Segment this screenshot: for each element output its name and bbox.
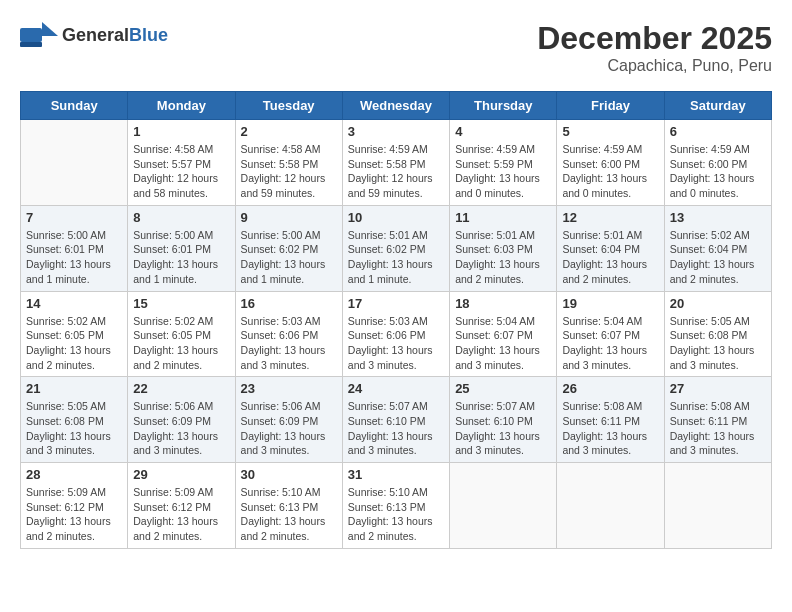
day-number: 21 xyxy=(26,381,122,396)
day-info: Sunrise: 5:09 AMSunset: 6:12 PMDaylight:… xyxy=(133,485,229,544)
day-number: 19 xyxy=(562,296,658,311)
table-row: 21Sunrise: 5:05 AMSunset: 6:08 PMDayligh… xyxy=(21,377,128,463)
day-number: 10 xyxy=(348,210,444,225)
table-row: 22Sunrise: 5:06 AMSunset: 6:09 PMDayligh… xyxy=(128,377,235,463)
day-number: 9 xyxy=(241,210,337,225)
day-info: Sunrise: 5:00 AMSunset: 6:02 PMDaylight:… xyxy=(241,228,337,287)
day-number: 14 xyxy=(26,296,122,311)
day-number: 13 xyxy=(670,210,766,225)
svg-marker-1 xyxy=(42,22,58,36)
day-number: 15 xyxy=(133,296,229,311)
calendar-header-row: Sunday Monday Tuesday Wednesday Thursday… xyxy=(21,92,772,120)
day-number: 6 xyxy=(670,124,766,139)
table-row: 23Sunrise: 5:06 AMSunset: 6:09 PMDayligh… xyxy=(235,377,342,463)
table-row: 4Sunrise: 4:59 AMSunset: 5:59 PMDaylight… xyxy=(450,120,557,206)
table-row: 26Sunrise: 5:08 AMSunset: 6:11 PMDayligh… xyxy=(557,377,664,463)
day-info: Sunrise: 5:02 AMSunset: 6:05 PMDaylight:… xyxy=(133,314,229,373)
table-row: 31Sunrise: 5:10 AMSunset: 6:13 PMDayligh… xyxy=(342,463,449,549)
table-row: 24Sunrise: 5:07 AMSunset: 6:10 PMDayligh… xyxy=(342,377,449,463)
table-row xyxy=(450,463,557,549)
day-info: Sunrise: 5:08 AMSunset: 6:11 PMDaylight:… xyxy=(670,399,766,458)
day-info: Sunrise: 5:07 AMSunset: 6:10 PMDaylight:… xyxy=(348,399,444,458)
day-info: Sunrise: 4:59 AMSunset: 5:58 PMDaylight:… xyxy=(348,142,444,201)
table-row: 16Sunrise: 5:03 AMSunset: 6:06 PMDayligh… xyxy=(235,291,342,377)
day-number: 5 xyxy=(562,124,658,139)
day-info: Sunrise: 5:08 AMSunset: 6:11 PMDaylight:… xyxy=(562,399,658,458)
day-info: Sunrise: 5:05 AMSunset: 6:08 PMDaylight:… xyxy=(26,399,122,458)
day-info: Sunrise: 5:01 AMSunset: 6:04 PMDaylight:… xyxy=(562,228,658,287)
page-header: GeneralBlue December 2025 Capachica, Pun… xyxy=(20,20,772,75)
table-row: 8Sunrise: 5:00 AMSunset: 6:01 PMDaylight… xyxy=(128,205,235,291)
logo: GeneralBlue xyxy=(20,20,168,52)
svg-rect-0 xyxy=(20,28,42,42)
logo-icon xyxy=(20,20,58,52)
month-title: December 2025 xyxy=(537,20,772,57)
day-number: 18 xyxy=(455,296,551,311)
table-row: 19Sunrise: 5:04 AMSunset: 6:07 PMDayligh… xyxy=(557,291,664,377)
table-row: 5Sunrise: 4:59 AMSunset: 6:00 PMDaylight… xyxy=(557,120,664,206)
table-row: 29Sunrise: 5:09 AMSunset: 6:12 PMDayligh… xyxy=(128,463,235,549)
calendar-week-row: 7Sunrise: 5:00 AMSunset: 6:01 PMDaylight… xyxy=(21,205,772,291)
table-row: 27Sunrise: 5:08 AMSunset: 6:11 PMDayligh… xyxy=(664,377,771,463)
day-number: 23 xyxy=(241,381,337,396)
day-number: 4 xyxy=(455,124,551,139)
day-number: 3 xyxy=(348,124,444,139)
day-info: Sunrise: 5:04 AMSunset: 6:07 PMDaylight:… xyxy=(455,314,551,373)
table-row: 17Sunrise: 5:03 AMSunset: 6:06 PMDayligh… xyxy=(342,291,449,377)
table-row: 7Sunrise: 5:00 AMSunset: 6:01 PMDaylight… xyxy=(21,205,128,291)
location-subtitle: Capachica, Puno, Peru xyxy=(537,57,772,75)
col-tuesday: Tuesday xyxy=(235,92,342,120)
table-row: 2Sunrise: 4:58 AMSunset: 5:58 PMDaylight… xyxy=(235,120,342,206)
day-info: Sunrise: 5:06 AMSunset: 6:09 PMDaylight:… xyxy=(133,399,229,458)
day-number: 7 xyxy=(26,210,122,225)
calendar-table: Sunday Monday Tuesday Wednesday Thursday… xyxy=(20,91,772,549)
day-info: Sunrise: 4:59 AMSunset: 5:59 PMDaylight:… xyxy=(455,142,551,201)
day-info: Sunrise: 5:05 AMSunset: 6:08 PMDaylight:… xyxy=(670,314,766,373)
table-row: 28Sunrise: 5:09 AMSunset: 6:12 PMDayligh… xyxy=(21,463,128,549)
col-monday: Monday xyxy=(128,92,235,120)
day-info: Sunrise: 5:09 AMSunset: 6:12 PMDaylight:… xyxy=(26,485,122,544)
day-number: 25 xyxy=(455,381,551,396)
table-row: 10Sunrise: 5:01 AMSunset: 6:02 PMDayligh… xyxy=(342,205,449,291)
table-row: 3Sunrise: 4:59 AMSunset: 5:58 PMDaylight… xyxy=(342,120,449,206)
day-info: Sunrise: 5:06 AMSunset: 6:09 PMDaylight:… xyxy=(241,399,337,458)
day-info: Sunrise: 5:00 AMSunset: 6:01 PMDaylight:… xyxy=(133,228,229,287)
table-row: 11Sunrise: 5:01 AMSunset: 6:03 PMDayligh… xyxy=(450,205,557,291)
day-info: Sunrise: 5:04 AMSunset: 6:07 PMDaylight:… xyxy=(562,314,658,373)
table-row xyxy=(664,463,771,549)
table-row: 9Sunrise: 5:00 AMSunset: 6:02 PMDaylight… xyxy=(235,205,342,291)
day-number: 24 xyxy=(348,381,444,396)
table-row: 12Sunrise: 5:01 AMSunset: 6:04 PMDayligh… xyxy=(557,205,664,291)
title-area: December 2025 Capachica, Puno, Peru xyxy=(537,20,772,75)
calendar-week-row: 28Sunrise: 5:09 AMSunset: 6:12 PMDayligh… xyxy=(21,463,772,549)
table-row: 18Sunrise: 5:04 AMSunset: 6:07 PMDayligh… xyxy=(450,291,557,377)
day-number: 2 xyxy=(241,124,337,139)
day-number: 30 xyxy=(241,467,337,482)
col-wednesday: Wednesday xyxy=(342,92,449,120)
day-number: 1 xyxy=(133,124,229,139)
day-number: 29 xyxy=(133,467,229,482)
day-info: Sunrise: 4:58 AMSunset: 5:57 PMDaylight:… xyxy=(133,142,229,201)
calendar-week-row: 14Sunrise: 5:02 AMSunset: 6:05 PMDayligh… xyxy=(21,291,772,377)
day-number: 27 xyxy=(670,381,766,396)
day-number: 20 xyxy=(670,296,766,311)
day-info: Sunrise: 4:59 AMSunset: 6:00 PMDaylight:… xyxy=(562,142,658,201)
day-number: 11 xyxy=(455,210,551,225)
day-number: 17 xyxy=(348,296,444,311)
table-row xyxy=(557,463,664,549)
svg-rect-2 xyxy=(20,42,42,47)
col-sunday: Sunday xyxy=(21,92,128,120)
day-number: 28 xyxy=(26,467,122,482)
day-number: 26 xyxy=(562,381,658,396)
calendar-week-row: 1Sunrise: 4:58 AMSunset: 5:57 PMDaylight… xyxy=(21,120,772,206)
logo-general: General xyxy=(62,25,129,45)
day-number: 16 xyxy=(241,296,337,311)
table-row xyxy=(21,120,128,206)
day-info: Sunrise: 5:10 AMSunset: 6:13 PMDaylight:… xyxy=(348,485,444,544)
day-info: Sunrise: 4:58 AMSunset: 5:58 PMDaylight:… xyxy=(241,142,337,201)
day-info: Sunrise: 5:01 AMSunset: 6:02 PMDaylight:… xyxy=(348,228,444,287)
day-number: 22 xyxy=(133,381,229,396)
day-info: Sunrise: 5:10 AMSunset: 6:13 PMDaylight:… xyxy=(241,485,337,544)
day-info: Sunrise: 5:00 AMSunset: 6:01 PMDaylight:… xyxy=(26,228,122,287)
table-row: 25Sunrise: 5:07 AMSunset: 6:10 PMDayligh… xyxy=(450,377,557,463)
